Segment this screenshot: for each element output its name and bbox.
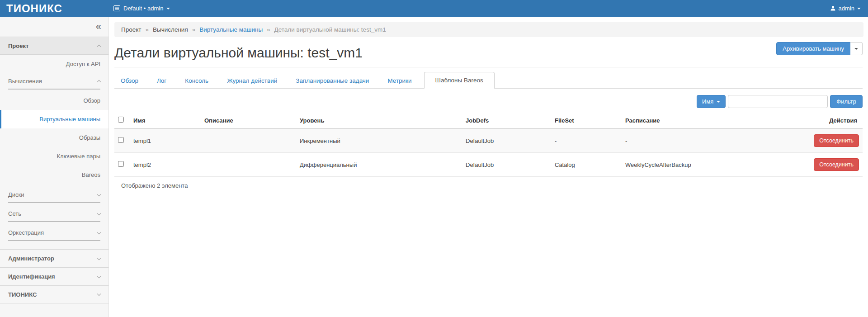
table-footer-row: Отображено 2 элемента [114, 177, 863, 195]
archive-dropdown-toggle[interactable] [850, 42, 863, 55]
sidebar-group-network-label: Сеть [8, 210, 21, 217]
chevron-up-icon [97, 80, 101, 84]
user-label: admin [839, 5, 854, 12]
chevron-down-icon [854, 48, 858, 50]
sidebar-item-instances[interactable]: Виртуальные машины [0, 110, 108, 128]
chevron-down-icon [97, 256, 101, 260]
filter-submit-button[interactable]: Фильтр [830, 95, 863, 108]
breadcrumb-project: Проект [121, 26, 141, 33]
column-header-actions: Действия [795, 113, 863, 128]
chevron-down-icon [717, 101, 720, 103]
sidebar-group-volumes-label: Диски [8, 191, 24, 198]
sidebar-item-api-access[interactable]: Доступ к API [0, 55, 108, 73]
filter-field-label: Имя [702, 98, 713, 105]
sidebar-panel-identity[interactable]: Идентификация [0, 267, 108, 285]
projects-list-icon [113, 5, 120, 11]
main-content: Проект » Вычисления » Виртуальные машины… [109, 17, 868, 317]
chevron-down-icon [97, 230, 101, 234]
chevron-down-icon [97, 192, 101, 196]
tab-bar: Обзор Лог Консоль Журнал действий Заплан… [114, 72, 863, 89]
table-row: templ2 Дифференциальный DefaultJob Catal… [114, 153, 863, 177]
column-header-jobdefs: JobDefs [462, 113, 551, 128]
sidebar-group-network[interactable]: Сеть [8, 210, 100, 222]
cell-jobdefs: DefaultJob [462, 128, 551, 153]
chevron-down-icon [97, 274, 101, 278]
archive-instance-button[interactable]: Архивировать машину [776, 42, 850, 55]
tab-action-log[interactable]: Журнал действий [221, 73, 283, 88]
filter-toolbar: Имя Фильтр [114, 95, 863, 108]
cell-name: templ2 [130, 153, 201, 177]
items-count-label: Отображено 2 элемента [114, 177, 863, 195]
filter-field-button[interactable]: Имя [697, 95, 726, 108]
sidebar-group-compute[interactable]: Вычисления [8, 78, 100, 90]
sidebar-item-keypairs[interactable]: Ключевые пары [0, 147, 108, 166]
context-label: Default • admin [123, 5, 163, 12]
column-header-fileset: FileSet [551, 113, 622, 128]
brand-logo[interactable]: ТИОНИКС [0, 0, 109, 17]
select-all-checkbox[interactable] [118, 117, 124, 123]
sidebar-panel-tionix[interactable]: ТИОНИКС [0, 285, 108, 303]
topbar: ТИОНИКС Default • admin admin [0, 0, 868, 17]
breadcrumb-compute: Вычисления [153, 26, 188, 33]
tab-metrics[interactable]: Метрики [381, 73, 418, 88]
cell-jobdefs: DefaultJob [462, 153, 551, 177]
detach-template-button[interactable]: Отсоединить [814, 134, 859, 147]
column-header-description: Описание [201, 113, 296, 128]
cell-level: Инкрементный [296, 128, 462, 153]
filter-input[interactable] [728, 95, 828, 108]
sidebar-item-images[interactable]: Образы [0, 128, 108, 147]
chevron-up-icon [97, 44, 101, 48]
sidebar-item-bareos[interactable]: Bareos [0, 166, 108, 184]
project-context-switcher[interactable]: Default • admin [109, 0, 175, 17]
cell-description [201, 153, 296, 177]
column-header-schedule: Расписание [622, 113, 795, 128]
collapse-sidebar-icon[interactable]: « [96, 22, 101, 32]
sidebar-panel-project[interactable]: Проект [0, 37, 108, 55]
breadcrumb-separator: » [267, 26, 270, 33]
chevron-down-icon [166, 8, 170, 9]
tab-log[interactable]: Лог [151, 73, 173, 88]
user-icon [830, 5, 836, 11]
breadcrumb-separator: » [192, 26, 196, 33]
sidebar-group-volumes[interactable]: Диски [8, 191, 100, 203]
sidebar-panel-admin[interactable]: Администратор [0, 249, 108, 267]
tab-bareos-templates[interactable]: Шаблоны Bareos [424, 72, 495, 89]
sidebar-panel-identity-label: Идентификация [8, 273, 55, 280]
chevron-down-icon [97, 292, 101, 296]
table-header-row: Имя Описание Уровень JobDefs FileSet Рас… [114, 113, 863, 128]
user-menu[interactable]: admin [830, 0, 868, 17]
sidebar-group-orchestration-label: Оркестрация [8, 229, 44, 236]
page-title: Детали виртуальной машины: test_vm1 [114, 44, 772, 62]
detach-template-button[interactable]: Отсоединить [814, 158, 859, 171]
breadcrumb: Проект » Вычисления » Виртуальные машины… [114, 22, 863, 37]
cell-schedule: - [622, 128, 795, 153]
row-select-checkbox[interactable] [118, 161, 124, 167]
title-divider [114, 67, 863, 67]
cell-fileset: - [551, 128, 622, 153]
sidebar-group-orchestration[interactable]: Оркестрация [8, 229, 100, 241]
sidebar-panel-admin-label: Администратор [8, 255, 54, 262]
sidebar-group-compute-label: Вычисления [8, 78, 42, 85]
sidebar: « Проект Доступ к API Вычисления Обзор В… [0, 17, 109, 317]
tab-console[interactable]: Консоль [179, 73, 215, 88]
sidebar-panel-tionix-label: ТИОНИКС [8, 291, 37, 298]
cell-level: Дифференциальный [296, 153, 462, 177]
breadcrumb-separator: » [145, 26, 149, 33]
column-header-level: Уровень [296, 113, 462, 128]
cell-name: templ1 [130, 128, 201, 153]
cell-description [201, 128, 296, 153]
chevron-down-icon [97, 211, 101, 215]
cell-schedule: WeeklyCycleAfterBackup [622, 153, 795, 177]
cell-fileset: Catalog [551, 153, 622, 177]
table-row: templ1 Инкрементный DefaultJob - - Отсое… [114, 128, 863, 153]
tab-scheduled-tasks[interactable]: Запланированные задачи [289, 73, 375, 88]
bareos-templates-table: Имя Описание Уровень JobDefs FileSet Рас… [114, 113, 863, 194]
breadcrumb-instances-link[interactable]: Виртуальные машины [199, 26, 263, 33]
row-select-checkbox[interactable] [118, 137, 124, 143]
sidebar-panel-project-label: Проект [8, 43, 28, 49]
tab-overview[interactable]: Обзор [114, 73, 145, 88]
sidebar-item-overview[interactable]: Обзор [0, 91, 108, 110]
chevron-down-icon [857, 8, 861, 9]
column-header-name: Имя [130, 113, 201, 128]
breadcrumb-current: Детали виртуальной машины: test_vm1 [274, 26, 386, 33]
